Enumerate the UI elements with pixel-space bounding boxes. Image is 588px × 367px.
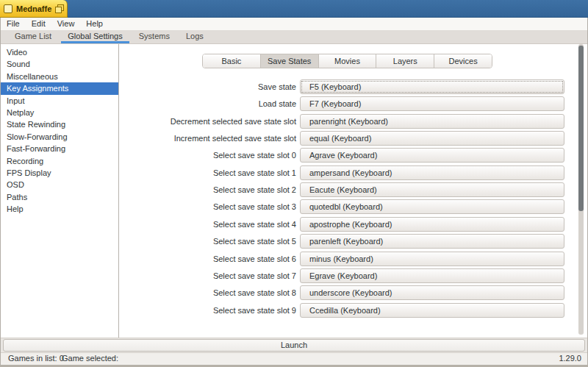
binding-label: Select save state slot 9 — [119, 303, 296, 318]
launch-button[interactable]: Launch — [3, 339, 585, 352]
games-in-list-status: Games in list: 0 — [8, 353, 64, 364]
sidebar-item-key-assignments[interactable]: Key Assignments — [1, 82, 118, 94]
binding-value-button-select-save-state-slot-5[interactable]: parenleft (Keyboard) — [300, 234, 564, 249]
binding-label: Select save state slot 1 — [119, 165, 296, 180]
sidebar-item-recording[interactable]: Recording — [1, 155, 118, 167]
main-tabstrip: Game ListGlobal SettingsSystemsLogs — [1, 30, 587, 44]
subtab-devices[interactable]: Devices — [434, 54, 492, 68]
sidebar-item-fps-display[interactable]: FPS Display — [1, 167, 118, 179]
tab-systems[interactable]: Systems — [132, 30, 176, 43]
menu-edit[interactable]: Edit — [26, 18, 51, 30]
sidebar-item-state-rewinding[interactable]: State Rewinding — [1, 118, 118, 130]
binding-label: Select save state slot 4 — [119, 217, 296, 232]
settings-sidebar: VideoSoundMiscellaneousKey AssignmentsIn… — [1, 44, 119, 338]
sidebar-item-sound[interactable]: Sound — [1, 58, 118, 70]
binding-value-button-select-save-state-slot-8[interactable]: underscore (Keyboard) — [300, 285, 564, 300]
binding-value-button-select-save-state-slot-1[interactable]: ampersand (Keyboard) — [300, 165, 564, 180]
binding-label: Select save state slot 8 — [119, 285, 296, 300]
subtab-movies[interactable]: Movies — [319, 54, 377, 68]
binding-value-button-select-save-state-slot-3[interactable]: quotedbl (Keyboard) — [300, 199, 564, 214]
menubar: FileEditViewHelp — [1, 18, 587, 30]
binding-value-button-save-state[interactable]: F5 (Keyboard) — [300, 79, 564, 94]
statusbar: Games in list: 0 Game selected: 1.29.0 — [1, 352, 587, 365]
subtab-save-states[interactable]: Save States — [261, 54, 319, 68]
subtab-bar: BasicSave StatesMoviesLayersDevices — [202, 54, 492, 68]
restore-icon[interactable] — [55, 4, 64, 13]
sidebar-item-slow-forwarding[interactable]: Slow-Forwarding — [1, 131, 118, 143]
binding-row: Select save state slot 9Ccedilla (Keyboa… — [119, 303, 587, 318]
tab-game-list[interactable]: Game List — [8, 30, 58, 43]
window-border-left — [0, 18, 1, 367]
key-assignments-panel: BasicSave StatesMoviesLayersDevices Save… — [119, 44, 587, 338]
game-selected-status: Game selected: — [62, 353, 118, 364]
titlebar: Mednaffe — [0, 0, 588, 18]
mednaffe-window: Mednaffe FileEditViewHelp Game ListGloba… — [0, 0, 588, 367]
binding-row: Select save state slot 2Eacute (Keyboard… — [119, 182, 587, 197]
sidebar-item-help[interactable]: Help — [1, 203, 118, 215]
version-label: 1.29.0 — [559, 353, 581, 364]
titlebar-tab[interactable]: Mednaffe — [0, 0, 68, 18]
sidebar-item-paths[interactable]: Paths — [1, 191, 118, 203]
binding-value-button-select-save-state-slot-7[interactable]: Egrave (Keyboard) — [300, 268, 564, 283]
menu-help[interactable]: Help — [80, 18, 109, 30]
sidebar-item-netplay[interactable]: Netplay — [1, 107, 118, 118]
binding-row: Load stateF7 (Keyboard) — [119, 96, 587, 111]
sidebar-item-miscellaneous[interactable]: Miscellaneous — [1, 71, 118, 82]
binding-label: Select save state slot 5 — [119, 234, 296, 249]
scrollbar-thumb[interactable] — [578, 46, 584, 211]
binding-row: Select save state slot 4apostrophe (Keyb… — [119, 217, 587, 232]
sidebar-item-input[interactable]: Input — [1, 95, 118, 107]
binding-label: Load state — [119, 96, 296, 111]
binding-value-button-select-save-state-slot-2[interactable]: Eacute (Keyboard) — [300, 182, 564, 197]
binding-row: Select save state slot 7Egrave (Keyboard… — [119, 268, 587, 283]
binding-row: Select save state slot 5parenleft (Keybo… — [119, 234, 587, 249]
binding-row: Select save state slot 1ampersand (Keybo… — [119, 165, 587, 180]
binding-value-button-select-save-state-slot-4[interactable]: apostrophe (Keyboard) — [300, 217, 564, 232]
binding-label: Select save state slot 3 — [119, 199, 296, 214]
binding-label: Select save state slot 7 — [119, 268, 296, 283]
binding-label: Decrement selected save state slot — [119, 114, 296, 129]
binding-row: Save stateF5 (Keyboard) — [119, 79, 587, 94]
sidebar-item-osd[interactable]: OSD — [1, 179, 118, 190]
binding-row: Select save state slot 8underscore (Keyb… — [119, 285, 587, 300]
sidebar-item-fast-forwarding[interactable]: Fast-Forwarding — [1, 143, 118, 154]
binding-row: Select save state slot 3quotedbl (Keyboa… — [119, 199, 587, 214]
window-title: Mednaffe — [16, 4, 51, 13]
binding-value-button-increment-selected-save-state-slot[interactable]: equal (Keyboard) — [300, 131, 564, 146]
binding-row: Increment selected save state slotequal … — [119, 131, 587, 146]
binding-label: Select save state slot 2 — [119, 182, 296, 197]
binding-label: Save state — [119, 79, 296, 94]
launch-band: Launch — [1, 338, 587, 352]
subtab-layers[interactable]: Layers — [376, 54, 434, 68]
binding-value-button-decrement-selected-save-state-slot[interactable]: parenright (Keyboard) — [300, 114, 564, 129]
binding-value-button-load-state[interactable]: F7 (Keyboard) — [300, 96, 564, 111]
sidebar-item-video[interactable]: Video — [1, 46, 118, 58]
binding-row: Select save state slot 6minus (Keyboard) — [119, 252, 587, 266]
binding-label: Select save state slot 6 — [119, 252, 296, 266]
binding-row: Decrement selected save state slotparenr… — [119, 114, 587, 129]
binding-value-button-select-save-state-slot-0[interactable]: Agrave (Keyboard) — [300, 148, 564, 163]
menu-view[interactable]: View — [51, 18, 81, 30]
subtab-basic[interactable]: Basic — [203, 54, 261, 68]
vertical-scrollbar[interactable] — [578, 44, 584, 335]
window-menu-icon[interactable] — [4, 4, 12, 13]
tab-logs[interactable]: Logs — [179, 30, 210, 43]
binding-label: Increment selected save state slot — [119, 131, 296, 146]
tab-global-settings[interactable]: Global Settings — [61, 30, 129, 43]
menu-file[interactable]: File — [1, 18, 26, 30]
binding-label: Select save state slot 0 — [119, 148, 296, 163]
binding-row: Select save state slot 0Agrave (Keyboard… — [119, 148, 587, 163]
binding-value-button-select-save-state-slot-9[interactable]: Ccedilla (Keyboard) — [300, 303, 564, 318]
binding-value-button-select-save-state-slot-6[interactable]: minus (Keyboard) — [300, 252, 564, 266]
settings-body: VideoSoundMiscellaneousKey AssignmentsIn… — [1, 44, 587, 338]
